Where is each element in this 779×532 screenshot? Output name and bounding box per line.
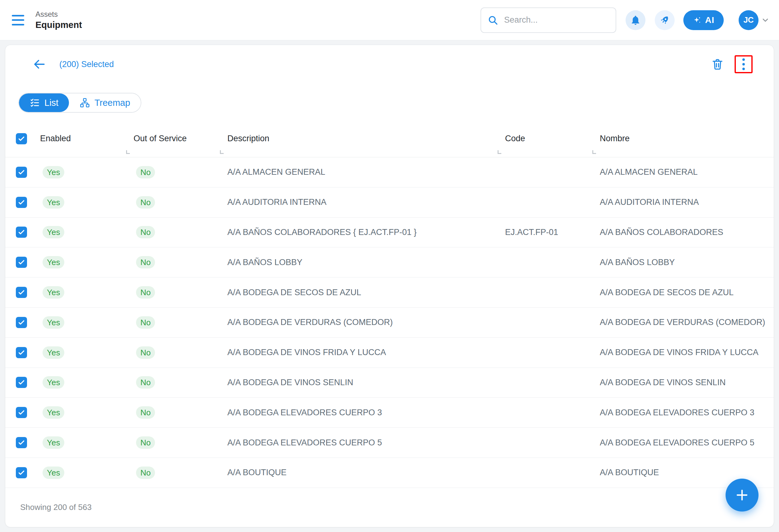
search-icon — [487, 15, 498, 26]
column-header-out-of-service[interactable]: Out of Service — [133, 134, 227, 143]
enabled-badge: Yes — [43, 406, 64, 419]
description-cell: A/A BODEGA DE SECOS DE AZUL — [227, 288, 361, 297]
enabled-badge: Yes — [43, 467, 64, 479]
column-header-description[interactable]: Description — [227, 134, 505, 143]
nombre-cell: A/A BODEGA DE VINOS FRIDA Y LUCCA — [600, 348, 759, 357]
tab-treemap-label: Treemap — [95, 98, 130, 108]
more-options-button[interactable] — [740, 57, 747, 72]
description-cell: A/A BAÑOS COLABORADORES { EJ.ACT.FP-01 } — [227, 227, 417, 237]
nombre-cell: A/A BODEGA DE VERDURAS (COMEDOR) — [600, 318, 765, 327]
enabled-badge: Yes — [43, 226, 64, 239]
column-resize-handle[interactable] — [592, 150, 596, 154]
table-row[interactable]: Yes No A/A BAÑOS COLABORADORES { EJ.ACT.… — [5, 217, 774, 248]
list-icon — [29, 97, 40, 108]
row-checkbox[interactable] — [16, 257, 27, 268]
table-row[interactable]: Yes No A/A BODEGA ELEVADORES CUERPO 5 A/… — [5, 428, 774, 458]
add-button[interactable] — [726, 479, 759, 512]
out-of-service-badge: No — [136, 286, 155, 298]
more-options-highlight — [734, 55, 753, 73]
page-title: Equipment — [36, 20, 82, 30]
search-box[interactable] — [481, 7, 616, 33]
search-input[interactable] — [504, 15, 609, 25]
enabled-badge: Yes — [43, 256, 64, 268]
description-cell: A/A BODEGA DE VINOS SENLIN — [227, 378, 353, 387]
row-checkbox[interactable] — [16, 317, 27, 328]
topbar-actions: AI JC — [481, 7, 770, 33]
check-icon — [17, 258, 25, 266]
column-resize-handle[interactable] — [126, 150, 130, 154]
row-checkbox[interactable] — [16, 467, 27, 478]
table-row[interactable]: Yes No A/A BODEGA DE VINOS SENLIN A/A BO… — [5, 368, 774, 398]
check-icon — [17, 439, 25, 447]
back-arrow-icon — [33, 58, 46, 71]
menu-icon[interactable] — [12, 15, 25, 25]
topbar: Assets Equipment — [0, 0, 779, 40]
row-checkbox[interactable] — [16, 287, 27, 298]
check-icon — [17, 228, 25, 236]
row-checkbox[interactable] — [16, 226, 27, 238]
treemap-icon — [79, 97, 90, 108]
bell-icon — [630, 15, 641, 26]
enabled-badge: Yes — [43, 346, 64, 359]
table-row[interactable]: Yes No A/A BODEGA DE VINOS FRIDA Y LUCCA… — [5, 338, 774, 368]
notifications-button[interactable] — [625, 10, 646, 30]
description-cell: A/A BODEGA ELEVADORES CUERPO 3 — [227, 408, 382, 417]
table-row[interactable]: Yes No A/A BODEGA ELEVADORES CUERPO 3 A/… — [5, 398, 774, 428]
column-resize-handle[interactable] — [497, 150, 501, 154]
column-header-enabled[interactable]: Enabled — [40, 134, 133, 143]
ai-button-label: AI — [705, 15, 714, 25]
avatar-initials: JC — [743, 15, 754, 25]
out-of-service-badge: No — [136, 346, 155, 359]
row-checkbox[interactable] — [16, 437, 27, 448]
out-of-service-badge: No — [136, 196, 155, 209]
check-icon — [17, 135, 25, 143]
tab-list[interactable]: List — [19, 93, 69, 112]
code-cell: EJ.ACT.FP-01 — [505, 227, 558, 237]
description-cell: A/A BAÑOS LOBBY — [227, 258, 303, 267]
column-header-nombre[interactable]: Nombre — [600, 134, 774, 143]
avatar[interactable]: JC — [739, 10, 759, 30]
row-checkbox[interactable] — [16, 347, 27, 358]
column-header-code[interactable]: Code — [505, 134, 600, 143]
select-all-checkbox[interactable] — [16, 133, 27, 144]
ai-button[interactable]: AI — [683, 10, 724, 30]
tab-treemap[interactable]: Treemap — [69, 93, 141, 112]
out-of-service-badge: No — [136, 166, 155, 179]
rocket-button[interactable] — [655, 10, 675, 30]
enabled-badge: Yes — [43, 196, 64, 209]
breadcrumb-section[interactable]: Assets — [36, 10, 82, 19]
table-row[interactable]: Yes No A/A BODEGA DE SECOS DE AZUL A/A B… — [5, 277, 774, 308]
view-toggle: List Treemap — [18, 93, 141, 113]
enabled-badge: Yes — [43, 316, 64, 329]
check-icon — [17, 168, 25, 176]
selection-toolbar: (200) Selected — [5, 54, 774, 74]
back-button[interactable] — [33, 58, 46, 71]
check-icon — [17, 348, 25, 357]
description-cell: A/A BODEGA ELEVADORES CUERPO 5 — [227, 438, 382, 448]
table-row[interactable]: Yes No A/A BOUTIQUE A/A BOUTIQUE — [5, 458, 774, 488]
table-row[interactable]: Yes No A/A BODEGA DE VERDURAS (COMEDOR) … — [5, 308, 774, 338]
rocket-icon — [657, 12, 673, 28]
enabled-badge: Yes — [43, 286, 64, 298]
selected-count[interactable]: (200) Selected — [59, 60, 114, 69]
chevron-down-icon[interactable] — [761, 16, 770, 24]
nombre-cell: A/A BAÑOS COLABORADORES — [600, 227, 723, 237]
table-row[interactable]: Yes No A/A ALMACEN GENERAL A/A ALMACEN G… — [5, 157, 774, 188]
table-row[interactable]: Yes No A/A AUDITORIA INTERNA A/A AUDITOR… — [5, 188, 774, 217]
delete-button[interactable] — [711, 58, 724, 71]
check-icon — [17, 408, 25, 416]
table-row[interactable]: Yes No A/A BAÑOS LOBBY A/A BAÑOS LOBBY — [5, 247, 774, 277]
tab-list-label: List — [45, 98, 58, 108]
out-of-service-badge: No — [136, 467, 155, 479]
row-checkbox[interactable] — [16, 197, 27, 208]
check-icon — [17, 198, 25, 206]
column-resize-handle[interactable] — [220, 150, 224, 154]
check-icon — [17, 469, 25, 477]
row-checkbox[interactable] — [16, 377, 27, 388]
row-checkbox[interactable] — [16, 167, 27, 178]
nombre-cell: A/A BODEGA DE SECOS DE AZUL — [600, 288, 734, 297]
out-of-service-badge: No — [136, 256, 155, 268]
description-cell: A/A BODEGA DE VERDURAS (COMEDOR) — [227, 318, 393, 327]
row-checkbox[interactable] — [16, 407, 27, 418]
kebab-icon — [742, 58, 745, 61]
